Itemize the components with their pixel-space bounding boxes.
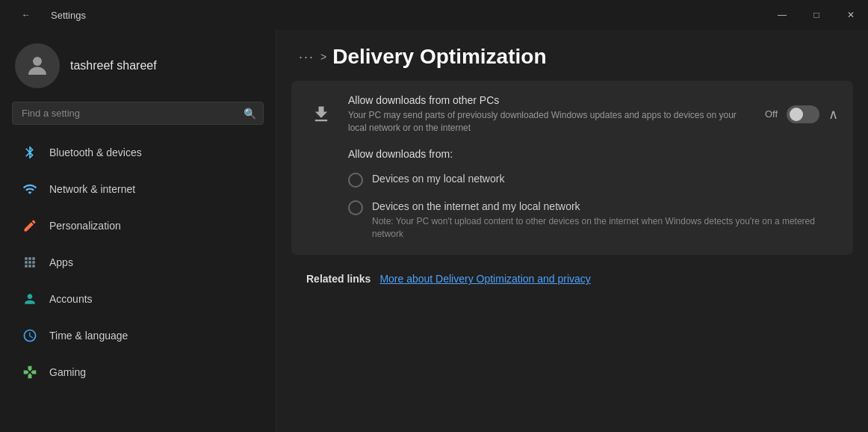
toggle-thumb — [790, 108, 803, 121]
radio-group: Devices on my local network Devices on t… — [348, 172, 838, 241]
avatar — [15, 43, 60, 88]
sidebar-item-gaming-label: Gaming — [49, 366, 86, 378]
radio-internet-network[interactable]: Devices on the internet and my local net… — [348, 200, 838, 241]
breadcrumb-dots[interactable]: ··· — [299, 49, 314, 65]
allow-downloads-from-label: Allow downloads from: — [348, 148, 838, 160]
sidebar-item-accounts[interactable]: Accounts — [6, 281, 270, 317]
radio-internet-btn[interactable] — [348, 200, 363, 215]
sidebar-nav: Bluetooth & devices Network & internet P… — [0, 134, 276, 432]
personalization-icon — [21, 217, 39, 235]
sidebar-item-time[interactable]: Time & language — [6, 318, 270, 354]
back-button[interactable]: ← — [9, 0, 43, 30]
app-title: Settings — [51, 10, 86, 21]
sidebar-item-apps-label: Apps — [49, 256, 73, 268]
network-icon — [21, 180, 39, 198]
card-description: Your PC may send parts of previously dow… — [348, 109, 753, 135]
sidebar-item-apps[interactable]: Apps — [6, 244, 270, 280]
svg-point-0 — [33, 57, 42, 66]
content-header: ··· > Delivery Optimization — [276, 30, 868, 81]
radio-local-network[interactable]: Devices on my local network — [348, 172, 838, 188]
content-body: Allow downloads from other PCs Your PC m… — [276, 81, 868, 432]
sidebar-item-gaming[interactable]: Gaming — [6, 354, 270, 390]
search-icon: 🔍 — [244, 108, 256, 120]
radio-internet-label: Devices on the internet and my local net… — [372, 200, 838, 213]
titlebar: ← Settings — □ ✕ — [0, 0, 868, 30]
download-card-icon — [306, 99, 336, 129]
time-icon — [21, 327, 39, 345]
gaming-icon — [21, 363, 39, 381]
toggle-track — [787, 105, 819, 123]
card-text: Allow downloads from other PCs Your PC m… — [348, 94, 753, 135]
sidebar-item-network-label: Network & internet — [49, 183, 135, 195]
maximize-button[interactable]: □ — [799, 0, 834, 30]
search-input[interactable] — [12, 102, 264, 125]
username: tashreef shareef — [70, 59, 157, 72]
search-box: 🔍 — [12, 102, 264, 125]
sidebar-item-bluetooth-label: Bluetooth & devices — [49, 146, 142, 158]
card-right: Off ∧ — [765, 105, 838, 123]
sidebar-item-accounts-label: Accounts — [49, 293, 93, 305]
toggle-label: Off — [765, 108, 778, 120]
radio-local-label: Devices on my local network — [372, 172, 504, 185]
content-area: ··· > Delivery Optimization Allow downlo… — [276, 30, 868, 432]
breadcrumb-arrow: > — [320, 51, 326, 63]
apps-icon — [21, 253, 39, 271]
sidebar-item-personalization-label: Personalization — [49, 220, 121, 232]
sidebar-item-network[interactable]: Network & internet — [6, 171, 270, 207]
sidebar-item-bluetooth[interactable]: Bluetooth & devices — [6, 135, 270, 170]
app-container: tashreef shareef 🔍 Bluetooth & devices — [0, 30, 868, 432]
bluetooth-icon — [21, 144, 39, 161]
minimize-button[interactable]: — — [765, 0, 799, 30]
radio-local-btn[interactable] — [348, 173, 363, 188]
card-title: Allow downloads from other PCs — [348, 94, 753, 106]
card-main-row: Allow downloads from other PCs Your PC m… — [291, 81, 853, 148]
radio-internet-sublabel: Note: Your PC won't upload content to ot… — [372, 215, 838, 241]
related-links-row: Related links More about Delivery Optimi… — [291, 264, 853, 294]
user-profile[interactable]: tashreef shareef — [0, 30, 276, 102]
expanded-section: Allow downloads from: Devices on my loca… — [291, 148, 853, 256]
delivery-optimization-link[interactable]: More about Delivery Optimization and pri… — [379, 273, 590, 285]
close-button[interactable]: ✕ — [834, 0, 868, 30]
page-title: Delivery Optimization — [332, 45, 546, 69]
allow-downloads-toggle[interactable] — [787, 105, 819, 123]
downloads-card: Allow downloads from other PCs Your PC m… — [291, 81, 853, 255]
sidebar-item-personalization[interactable]: Personalization — [6, 208, 270, 244]
user-avatar-icon — [24, 52, 51, 79]
sidebar-item-time-label: Time & language — [49, 330, 128, 342]
accounts-icon — [21, 290, 39, 308]
expand-chevron-icon[interactable]: ∧ — [828, 106, 838, 123]
related-links-label: Related links — [306, 273, 371, 285]
sidebar: tashreef shareef 🔍 Bluetooth & devices — [0, 30, 276, 432]
